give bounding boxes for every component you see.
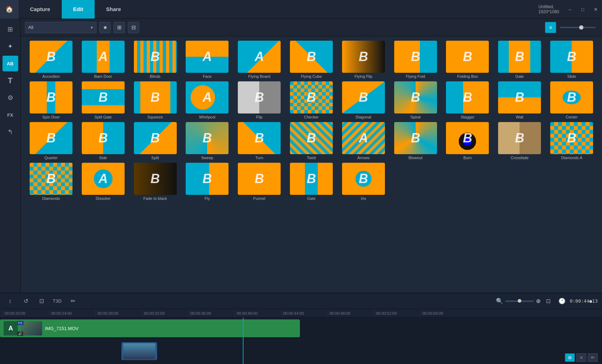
transition-item-fly[interactable]: BFly: [182, 163, 232, 201]
sidebar-item-media[interactable]: ⊞: [2, 21, 18, 37]
transition-item-center[interactable]: BCenter: [547, 81, 596, 119]
sidebar-item-fx[interactable]: FX: [2, 107, 18, 123]
clock-button[interactable]: 🕐: [556, 295, 568, 307]
transition-item-whirlpool[interactable]: AWhirlpool: [182, 81, 232, 119]
zoom-in-icon[interactable]: ⊕: [536, 298, 541, 304]
ruler-mark: 00:00:56:00: [421, 309, 467, 317]
transition-item-fade-black[interactable]: BFade to black: [131, 163, 180, 201]
transition-letter-quarter: B: [46, 131, 56, 146]
window-controls: Untitled, 1920*1080 – □ ✕: [563, 0, 602, 19]
transition-label-flip: Flip: [256, 115, 262, 119]
transition-item-gate[interactable]: BGate: [495, 41, 544, 79]
storyboard-view-button[interactable]: ⊞: [565, 353, 575, 362]
sidebar-item-transitions[interactable]: ✦: [2, 39, 18, 54]
transition-item-blinds[interactable]: BBlinds: [131, 41, 180, 79]
transition-label-spiral: Spiral: [411, 115, 421, 119]
transition-thumb-dissolve: A: [82, 163, 125, 195]
fit-to-window-button[interactable]: ⊡: [543, 295, 554, 307]
transition-item-flying-board[interactable]: AFlying Board: [235, 41, 284, 79]
track-row-2: [0, 340, 602, 362]
transition-letter-arrows: A: [359, 131, 368, 146]
transition-item-face[interactable]: AFace: [182, 41, 232, 79]
transition-item-twist[interactable]: BTwist: [287, 122, 336, 160]
transition-item-slide[interactable]: BSlide: [547, 41, 596, 79]
3d-title-button[interactable]: T3D: [51, 295, 63, 307]
view-toggle-button[interactable]: ≡: [545, 22, 556, 33]
video-clip[interactable]: A IMG_7151.MOV FX 🔊: [0, 319, 300, 337]
transition-item-gate2[interactable]: BGate: [287, 163, 336, 201]
transition-item-quarter[interactable]: BQuarter: [26, 122, 76, 160]
zoom-out-icon[interactable]: 🔍: [496, 298, 503, 304]
transition-item-flying-cube[interactable]: BFlying Cube: [287, 41, 336, 79]
transition-letter-flying-fold: B: [411, 49, 420, 64]
transition-item-sweep[interactable]: BSweep: [182, 122, 232, 160]
transition-letter-funnel: B: [255, 171, 264, 186]
maximize-button[interactable]: □: [576, 3, 589, 16]
transition-thumb-turn: B: [238, 122, 281, 154]
sidebar-item-text[interactable]: AB: [2, 56, 18, 71]
transition-label-twist: Twist: [307, 156, 316, 160]
transition-item-split-gate[interactable]: BSplit Gate: [79, 81, 128, 119]
transition-item-crossfade[interactable]: BCrossfade: [495, 122, 544, 160]
transition-item-spin-door[interactable]: BSpin Door: [26, 81, 76, 119]
transition-item-side[interactable]: BSide: [79, 122, 128, 160]
transition-item-dissolve[interactable]: ADissolve: [79, 163, 128, 201]
tab-share[interactable]: Share: [95, 0, 132, 19]
transition-thumb-quarter: B: [30, 122, 72, 154]
transition-label-center: Center: [566, 115, 578, 119]
transition-item-stagger[interactable]: BStagger: [443, 81, 492, 119]
transition-item-barn-door[interactable]: ABarn Door: [79, 41, 128, 79]
add-favorite-button[interactable]: ★: [99, 22, 111, 33]
transition-item-flying-flip[interactable]: BFlying Flip: [339, 41, 388, 79]
transition-label-fade-black: Fade to black: [144, 196, 167, 201]
transition-item-folding-box[interactable]: BFolding Box: [443, 41, 492, 79]
tab-edit[interactable]: Edit: [62, 0, 95, 19]
filter-select[interactable]: All 2D 3D: [25, 22, 96, 33]
transition-item-checker[interactable]: BChecker: [287, 81, 336, 119]
transition-item-spiral[interactable]: BSpiral: [391, 81, 440, 119]
home-button[interactable]: 🏠: [0, 0, 19, 19]
snap-button[interactable]: ⊡: [36, 295, 47, 307]
transition-letter-iris: B: [359, 171, 368, 186]
secondary-clip[interactable]: [121, 342, 157, 360]
grid-view-button[interactable]: ⊞: [114, 22, 125, 33]
transition-thumb-wall: B: [498, 81, 541, 113]
transition-item-arrows[interactable]: AArrows: [339, 122, 388, 160]
properties-button[interactable]: ✏: [588, 353, 598, 362]
transition-thumb-barn-door: A: [82, 41, 125, 73]
undo-button[interactable]: ↺: [20, 295, 31, 307]
edit-button[interactable]: ✏: [67, 295, 79, 307]
transition-item-funnel[interactable]: BFunnel: [235, 163, 284, 201]
size-slider[interactable]: [560, 27, 596, 28]
transition-item-flying-fold[interactable]: BFlying Fold: [391, 41, 440, 79]
sidebar-item-title[interactable]: T: [2, 73, 18, 89]
filter-select-wrapper: All 2D 3D: [25, 22, 96, 33]
timeline-view-button[interactable]: ≡: [576, 353, 586, 362]
transition-item-flip[interactable]: BFlip: [235, 81, 284, 119]
list-view-button[interactable]: ⊟: [128, 22, 139, 33]
sidebar-item-curve[interactable]: ↰: [2, 124, 18, 140]
transition-item-turn[interactable]: BTurn: [235, 122, 284, 160]
transition-item-iris[interactable]: BIris: [339, 163, 388, 201]
transition-label-whirlpool: Whirlpool: [199, 115, 215, 119]
transition-letter-crossfade: B: [515, 131, 524, 146]
transition-label-stagger: Stagger: [461, 115, 475, 119]
close-button[interactable]: ✕: [589, 3, 602, 16]
transition-item-squeeze[interactable]: BSqueeze: [131, 81, 180, 119]
clip-thumbnail: [21, 321, 42, 335]
transition-item-blowout[interactable]: BBlowout: [391, 122, 440, 160]
transition-item-burn[interactable]: BBurn: [443, 122, 492, 160]
transition-item-accordion[interactable]: BAccordion: [26, 41, 76, 79]
minimize-button[interactable]: –: [563, 3, 576, 16]
transition-item-wall[interactable]: BWall: [495, 81, 544, 119]
transition-item-diamonds[interactable]: BDiamonds: [26, 163, 76, 201]
transition-item-diagonal[interactable]: BDiagonal: [339, 81, 388, 119]
transition-label-split: Split: [151, 156, 159, 160]
zoom-slider[interactable]: [505, 300, 534, 302]
transition-item-diamonds-a[interactable]: BDiamonds A: [547, 122, 596, 160]
tab-capture[interactable]: Capture: [19, 0, 62, 19]
transition-item-split[interactable]: BSplit: [131, 122, 180, 160]
sidebar-item-effects[interactable]: ⚙: [2, 90, 18, 106]
move-tool-button[interactable]: ↕: [4, 295, 16, 307]
transition-label-checker: Checker: [304, 115, 319, 119]
